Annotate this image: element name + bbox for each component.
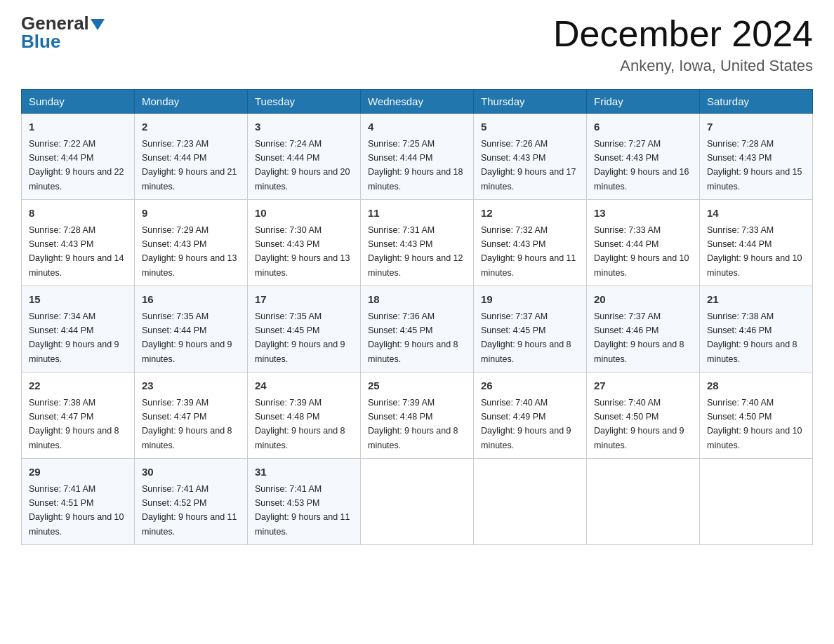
calendar-cell: 8 Sunrise: 7:28 AMSunset: 4:43 PMDayligh…: [22, 200, 135, 286]
calendar-cell: 27 Sunrise: 7:40 AMSunset: 4:50 PMDaylig…: [587, 373, 700, 459]
day-info: Sunrise: 7:41 AMSunset: 4:51 PMDaylight:…: [29, 484, 124, 537]
calendar-week-row: 8 Sunrise: 7:28 AMSunset: 4:43 PMDayligh…: [22, 200, 813, 286]
month-title: December 2024: [553, 14, 813, 54]
day-number: 22: [29, 378, 127, 394]
calendar-cell: 29 Sunrise: 7:41 AMSunset: 4:51 PMDaylig…: [22, 459, 135, 545]
calendar-cell: 18 Sunrise: 7:36 AMSunset: 4:45 PMDaylig…: [361, 286, 474, 373]
calendar-cell: 5 Sunrise: 7:26 AMSunset: 4:43 PMDayligh…: [474, 114, 587, 200]
day-number: 27: [594, 378, 692, 394]
day-info: Sunrise: 7:33 AMSunset: 4:44 PMDaylight:…: [594, 225, 689, 278]
calendar-cell: 15 Sunrise: 7:34 AMSunset: 4:44 PMDaylig…: [22, 286, 135, 373]
day-number: 20: [594, 292, 692, 308]
day-info: Sunrise: 7:39 AMSunset: 4:48 PMDaylight:…: [368, 398, 458, 450]
weekday-header-tuesday: Tuesday: [248, 90, 361, 114]
day-number: 6: [594, 119, 692, 135]
weekday-header-monday: Monday: [135, 90, 248, 114]
day-info: Sunrise: 7:29 AMSunset: 4:43 PMDaylight:…: [142, 225, 237, 278]
day-number: 29: [29, 464, 127, 481]
calendar-week-row: 29 Sunrise: 7:41 AMSunset: 4:51 PMDaylig…: [22, 459, 813, 545]
calendar-cell: 3 Sunrise: 7:24 AMSunset: 4:44 PMDayligh…: [248, 114, 361, 200]
day-info: Sunrise: 7:39 AMSunset: 4:48 PMDaylight:…: [255, 398, 345, 450]
day-info: Sunrise: 7:24 AMSunset: 4:44 PMDaylight:…: [255, 139, 350, 192]
day-number: 8: [29, 206, 127, 222]
calendar-cell: 16 Sunrise: 7:35 AMSunset: 4:44 PMDaylig…: [135, 286, 248, 373]
logo: General Blue: [21, 14, 105, 51]
weekday-header-wednesday: Wednesday: [361, 90, 474, 114]
weekday-header-saturday: Saturday: [700, 90, 813, 114]
day-info: Sunrise: 7:37 AMSunset: 4:45 PMDaylight:…: [481, 311, 571, 364]
day-info: Sunrise: 7:40 AMSunset: 4:50 PMDaylight:…: [707, 398, 802, 450]
weekday-header-friday: Friday: [587, 90, 700, 114]
calendar-cell: 24 Sunrise: 7:39 AMSunset: 4:48 PMDaylig…: [248, 373, 361, 459]
day-info: Sunrise: 7:28 AMSunset: 4:43 PMDaylight:…: [707, 139, 802, 192]
calendar-cell: 26 Sunrise: 7:40 AMSunset: 4:49 PMDaylig…: [474, 373, 587, 459]
location-title: Ankeny, Iowa, United States: [553, 57, 813, 75]
calendar-cell: 9 Sunrise: 7:29 AMSunset: 4:43 PMDayligh…: [135, 200, 248, 286]
calendar-cell: 11 Sunrise: 7:31 AMSunset: 4:43 PMDaylig…: [361, 200, 474, 286]
day-number: 9: [142, 206, 240, 222]
day-info: Sunrise: 7:40 AMSunset: 4:49 PMDaylight:…: [481, 398, 571, 450]
day-number: 28: [707, 378, 805, 394]
day-info: Sunrise: 7:36 AMSunset: 4:45 PMDaylight:…: [368, 311, 458, 364]
calendar-week-row: 22 Sunrise: 7:38 AMSunset: 4:47 PMDaylig…: [22, 373, 813, 459]
calendar-cell: [474, 459, 587, 545]
day-number: 19: [481, 292, 579, 308]
weekday-header-row: SundayMondayTuesdayWednesdayThursdayFrid…: [22, 90, 813, 114]
day-info: Sunrise: 7:38 AMSunset: 4:46 PMDaylight:…: [707, 311, 797, 364]
day-number: 14: [707, 206, 805, 222]
calendar-cell: [361, 459, 474, 545]
logo-text-line2: Blue: [21, 32, 60, 51]
calendar-table: SundayMondayTuesdayWednesdayThursdayFrid…: [21, 89, 813, 545]
calendar-cell: 19 Sunrise: 7:37 AMSunset: 4:45 PMDaylig…: [474, 286, 587, 373]
calendar-cell: 25 Sunrise: 7:39 AMSunset: 4:48 PMDaylig…: [361, 373, 474, 459]
day-info: Sunrise: 7:28 AMSunset: 4:43 PMDaylight:…: [29, 225, 124, 278]
weekday-header-thursday: Thursday: [474, 90, 587, 114]
day-number: 18: [368, 292, 466, 308]
day-number: 21: [707, 292, 805, 308]
day-info: Sunrise: 7:23 AMSunset: 4:44 PMDaylight:…: [142, 139, 237, 192]
day-info: Sunrise: 7:30 AMSunset: 4:43 PMDaylight:…: [255, 225, 350, 278]
title-area: December 2024 Ankeny, Iowa, United State…: [553, 14, 813, 75]
day-info: Sunrise: 7:32 AMSunset: 4:43 PMDaylight:…: [481, 225, 576, 278]
calendar-cell: 20 Sunrise: 7:37 AMSunset: 4:46 PMDaylig…: [587, 286, 700, 373]
calendar-cell: 10 Sunrise: 7:30 AMSunset: 4:43 PMDaylig…: [248, 200, 361, 286]
logo-text-line1: General: [21, 14, 105, 32]
day-number: 25: [368, 378, 466, 394]
day-info: Sunrise: 7:31 AMSunset: 4:43 PMDaylight:…: [368, 225, 463, 278]
day-info: Sunrise: 7:33 AMSunset: 4:44 PMDaylight:…: [707, 225, 802, 278]
calendar-cell: 2 Sunrise: 7:23 AMSunset: 4:44 PMDayligh…: [135, 114, 248, 200]
day-number: 26: [481, 378, 579, 394]
day-info: Sunrise: 7:22 AMSunset: 4:44 PMDaylight:…: [29, 139, 124, 192]
day-number: 31: [255, 464, 353, 481]
calendar-cell: 22 Sunrise: 7:38 AMSunset: 4:47 PMDaylig…: [22, 373, 135, 459]
calendar-cell: 28 Sunrise: 7:40 AMSunset: 4:50 PMDaylig…: [700, 373, 813, 459]
calendar-cell: 7 Sunrise: 7:28 AMSunset: 4:43 PMDayligh…: [700, 114, 813, 200]
day-number: 17: [255, 292, 353, 308]
header: General Blue December 2024 Ankeny, Iowa,…: [21, 14, 813, 75]
day-info: Sunrise: 7:26 AMSunset: 4:43 PMDaylight:…: [481, 139, 576, 192]
calendar-cell: 1 Sunrise: 7:22 AMSunset: 4:44 PMDayligh…: [22, 114, 135, 200]
calendar-week-row: 1 Sunrise: 7:22 AMSunset: 4:44 PMDayligh…: [22, 114, 813, 200]
day-info: Sunrise: 7:37 AMSunset: 4:46 PMDaylight:…: [594, 311, 684, 364]
day-info: Sunrise: 7:35 AMSunset: 4:45 PMDaylight:…: [255, 311, 345, 364]
calendar-cell: [587, 459, 700, 545]
day-number: 15: [29, 292, 127, 308]
day-number: 23: [142, 378, 240, 394]
day-info: Sunrise: 7:40 AMSunset: 4:50 PMDaylight:…: [594, 398, 684, 450]
day-number: 10: [255, 206, 353, 222]
day-info: Sunrise: 7:35 AMSunset: 4:44 PMDaylight:…: [142, 311, 232, 364]
weekday-header-sunday: Sunday: [22, 90, 135, 114]
day-number: 12: [481, 206, 579, 222]
day-number: 3: [255, 119, 353, 135]
calendar-cell: 13 Sunrise: 7:33 AMSunset: 4:44 PMDaylig…: [587, 200, 700, 286]
day-info: Sunrise: 7:27 AMSunset: 4:43 PMDaylight:…: [594, 139, 689, 192]
calendar-cell: 14 Sunrise: 7:33 AMSunset: 4:44 PMDaylig…: [700, 200, 813, 286]
day-number: 4: [368, 119, 466, 135]
day-number: 7: [707, 119, 805, 135]
calendar-cell: 4 Sunrise: 7:25 AMSunset: 4:44 PMDayligh…: [361, 114, 474, 200]
day-number: 1: [29, 119, 127, 135]
calendar-cell: 23 Sunrise: 7:39 AMSunset: 4:47 PMDaylig…: [135, 373, 248, 459]
day-number: 30: [142, 464, 240, 481]
calendar-cell: 30 Sunrise: 7:41 AMSunset: 4:52 PMDaylig…: [135, 459, 248, 545]
day-info: Sunrise: 7:34 AMSunset: 4:44 PMDaylight:…: [29, 311, 119, 364]
